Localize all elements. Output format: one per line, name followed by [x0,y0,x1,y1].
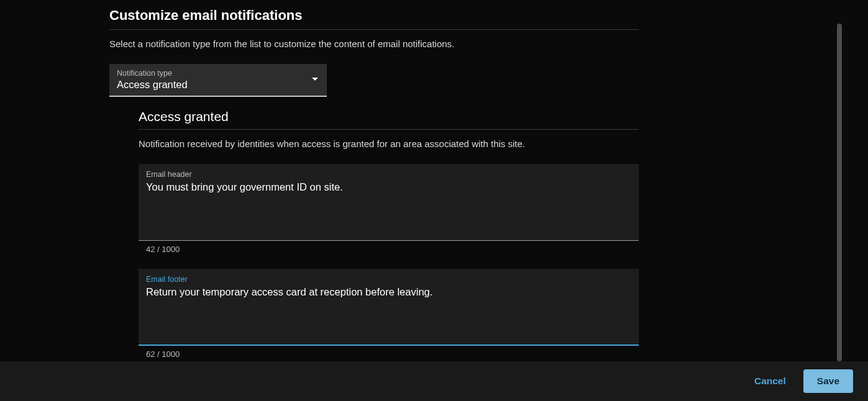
email-footer-label: Email footer [146,275,631,284]
save-button[interactable]: Save [803,369,853,393]
email-footer-counter: 62 / 1000 [146,349,639,359]
page-title: Customize email notifications [109,7,639,30]
section-description: Notification received by identities when… [139,138,639,149]
footer-bar: Cancel Save [0,361,868,401]
email-footer-field[interactable]: Email footer [139,269,639,346]
chevron-down-icon [312,78,318,81]
notification-type-select[interactable]: Notification type Access granted [109,64,327,97]
email-header-label: Email header [146,170,631,179]
notification-type-value: Access granted [117,79,318,91]
section-title: Access granted [139,109,639,130]
cancel-button[interactable]: Cancel [751,369,790,393]
email-header-textarea[interactable] [146,181,631,235]
notification-type-label: Notification type [117,69,318,78]
scrollbar[interactable] [837,24,842,361]
email-header-field[interactable]: Email header [139,164,639,241]
email-header-counter: 42 / 1000 [146,245,639,254]
page-subtitle: Select a notification type from the list… [109,38,639,49]
email-footer-textarea[interactable] [146,286,631,340]
